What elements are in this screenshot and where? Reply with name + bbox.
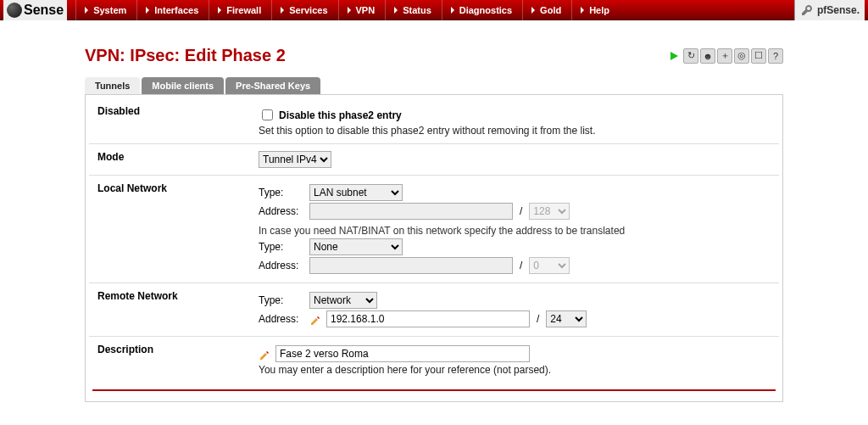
nav-help[interactable]: Help: [571, 0, 618, 20]
nav-status[interactable]: Status: [385, 0, 440, 20]
play-icon[interactable]: [666, 48, 682, 64]
description-input[interactable]: [275, 345, 530, 362]
caret-right-icon: [218, 7, 221, 14]
top-nav-bar: Sense System Interfaces Firewall Service…: [0, 0, 868, 20]
tab-pre-shared-keys[interactable]: Pre-Shared Keys: [225, 77, 320, 94]
nav-interfaces[interactable]: Interfaces: [136, 0, 207, 20]
brand-badge[interactable]: pfSense.: [794, 0, 865, 20]
local-address-label: Address:: [259, 205, 306, 217]
local-type-label: Type:: [259, 187, 306, 199]
logo-ball-icon: [7, 3, 22, 18]
tab-mobile-clients[interactable]: Mobile clients: [142, 77, 224, 94]
row-label-description: Description: [89, 337, 250, 383]
svg-marker-0: [670, 52, 678, 60]
row-label-local: Local Network: [89, 176, 250, 283]
logo-text: Sense: [24, 3, 64, 18]
nav-firewall[interactable]: Firewall: [209, 0, 270, 20]
row-label-disabled: Disabled: [89, 98, 250, 144]
nat-note: In case you need NAT/BINAT on this netwo…: [259, 225, 771, 237]
nat-address-input[interactable]: [309, 257, 513, 274]
description-help: You may enter a description here for you…: [259, 364, 771, 376]
remote-type-select[interactable]: Network: [309, 292, 377, 309]
nav-gold[interactable]: Gold: [522, 0, 570, 20]
local-address-input[interactable]: [309, 203, 513, 220]
caret-right-icon: [394, 7, 398, 14]
nav-system[interactable]: System: [75, 0, 135, 20]
product-logo: Sense: [3, 0, 67, 20]
mode-select[interactable]: Tunnel IPv4: [259, 151, 331, 168]
caret-right-icon: [146, 7, 149, 14]
head-icon[interactable]: ☻: [700, 48, 715, 64]
caret-right-icon: [281, 7, 284, 14]
recycle-icon[interactable]: ↻: [683, 48, 698, 64]
nav-services[interactable]: Services: [271, 0, 336, 20]
caret-right-icon: [451, 7, 454, 14]
nat-cidr-select[interactable]: 0: [529, 257, 570, 274]
nav-vpn[interactable]: VPN: [338, 0, 384, 20]
nat-type-label: Type:: [259, 241, 306, 253]
remote-type-label: Type:: [259, 294, 306, 306]
disable-checkbox-label: Disable this phase2 entry: [279, 109, 402, 121]
disable-checkbox[interactable]: [262, 109, 273, 120]
target-icon[interactable]: ◎: [734, 48, 749, 64]
caret-right-icon: [531, 7, 535, 14]
local-cidr-select[interactable]: 128: [529, 203, 570, 220]
nat-type-select[interactable]: None: [309, 238, 403, 255]
remote-address-input[interactable]: [326, 310, 530, 327]
tab-bar: Tunnels Mobile clients Pre-Shared Keys: [85, 77, 783, 94]
section-divider: [92, 389, 776, 391]
row-label-mode: Mode: [89, 144, 250, 176]
main-nav: System Interfaces Firewall Services VPN …: [75, 0, 794, 20]
disable-help: Set this option to disable this phase2 e…: [259, 125, 771, 137]
local-type-select[interactable]: LAN subnet: [309, 184, 403, 201]
remote-address-label: Address:: [259, 313, 306, 325]
tab-tunnels[interactable]: Tunnels: [85, 77, 140, 94]
caret-right-icon: [581, 7, 584, 14]
wrench-icon: [800, 3, 814, 17]
caret-right-icon: [85, 7, 88, 14]
brand-badge-text: pfSense.: [817, 4, 860, 16]
plus-icon[interactable]: ＋: [717, 48, 732, 64]
nat-address-label: Address:: [259, 260, 306, 271]
caret-right-icon: [348, 7, 351, 14]
square-icon[interactable]: ☐: [751, 48, 766, 64]
slash: /: [537, 313, 539, 325]
pencil-icon: [259, 350, 270, 361]
pencil-icon: [309, 315, 321, 327]
page-action-icons: ↻ ☻ ＋ ◎ ☐ ?: [666, 48, 783, 64]
form-panel: Disabled Disable this phase2 entry Set t…: [85, 94, 783, 402]
row-label-remote: Remote Network: [89, 283, 250, 337]
nav-diagnostics[interactable]: Diagnostics: [442, 0, 520, 20]
slash: /: [520, 260, 522, 271]
slash: /: [520, 205, 522, 217]
page-title: VPN: IPsec: Edit Phase 2: [85, 46, 286, 65]
remote-cidr-select[interactable]: 24: [546, 310, 587, 327]
help-icon[interactable]: ?: [768, 48, 783, 64]
